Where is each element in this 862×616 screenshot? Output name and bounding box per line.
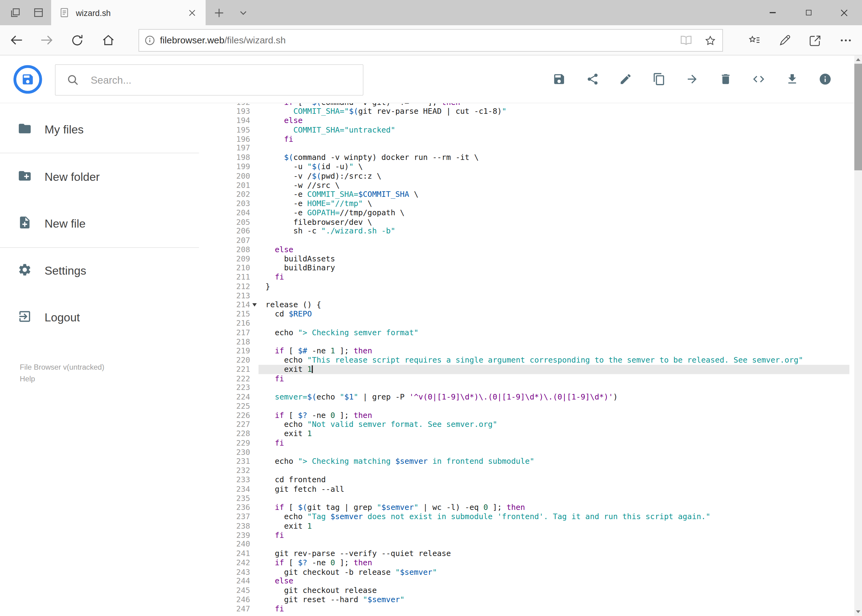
- code-line-199[interactable]: 199 -u "$(id -u)" \: [222, 162, 849, 171]
- home-button[interactable]: [97, 28, 120, 52]
- code-line-192[interactable]: 192 if [ "$(command -v git)" != "" ]; th…: [222, 103, 849, 107]
- tab-preview-toggle[interactable]: [231, 0, 255, 25]
- code-line-244[interactable]: 244 else: [222, 577, 849, 586]
- code-line-236[interactable]: 236 if [ $(git tag | grep "$semver" | wc…: [222, 503, 849, 512]
- close-button[interactable]: [826, 0, 862, 25]
- code-line-231[interactable]: 231 echo "> Checking matching $semver in…: [222, 457, 849, 466]
- minimize-button[interactable]: [755, 0, 791, 25]
- code-line-194[interactable]: 194 else: [222, 116, 849, 125]
- code-line-208[interactable]: 208 else: [222, 245, 849, 254]
- set-tabs-aside-button[interactable]: [3, 0, 28, 25]
- code-line-217[interactable]: 217 echo "> Checking semver format": [222, 328, 849, 337]
- code-line-202[interactable]: 202 -e COMMIT_SHA=$COMMIT_SHA \: [222, 190, 849, 199]
- code-line-228[interactable]: 228 exit 1: [222, 429, 849, 438]
- more-button[interactable]: [834, 28, 857, 52]
- search-input[interactable]: [91, 74, 357, 86]
- edit-button[interactable]: [615, 68, 637, 90]
- code-line-224[interactable]: 224 semver=$(echo "$1" | grep -P '^v(0|[…: [222, 393, 849, 402]
- download-button[interactable]: [781, 68, 803, 90]
- favorite-button[interactable]: [698, 30, 723, 51]
- share-button[interactable]: [581, 68, 603, 90]
- web-note-button[interactable]: [773, 28, 796, 52]
- code-editor[interactable]: 192 if [ "$(command -v git)" != "" ]; th…: [222, 103, 849, 616]
- code-line-223[interactable]: 223: [222, 383, 849, 393]
- code-line-240[interactable]: 240: [222, 540, 849, 549]
- hub-button[interactable]: [742, 28, 765, 52]
- code-line-200[interactable]: 200 -v /$(pwd):/src:z \: [222, 171, 849, 181]
- refresh-button[interactable]: [66, 28, 89, 52]
- code-line-234[interactable]: 234 git fetch --all: [222, 484, 849, 493]
- code-line-241[interactable]: 241 git rev-parse --verify --quiet relea…: [222, 549, 849, 558]
- scrollbar-thumb[interactable]: [854, 64, 862, 170]
- info-button[interactable]: [814, 68, 836, 90]
- code-line-196[interactable]: 196 fi: [222, 134, 849, 144]
- code-line-247[interactable]: 247 fi: [222, 604, 849, 614]
- code-line-204[interactable]: 204 -e GOPATH=//tmp/gopath \: [222, 208, 849, 217]
- code-line-193[interactable]: 193 COMMIT_SHA="$(git rev-parse HEAD | c…: [222, 107, 849, 116]
- code-line-218[interactable]: 218: [222, 337, 849, 346]
- code-line-221[interactable]: 221 exit 1: [222, 365, 849, 374]
- code-line-215[interactable]: 215 cd $REPO: [222, 310, 849, 319]
- code-line-212[interactable]: 212}: [222, 282, 849, 291]
- code-line-205[interactable]: 205 filebrowser/dev \: [222, 217, 849, 227]
- filebrowser-logo[interactable]: [13, 65, 43, 94]
- sidebar-item-new-file[interactable]: New file: [0, 208, 221, 239]
- code-line-213[interactable]: 213: [222, 291, 849, 300]
- sidebar-item-settings[interactable]: Settings: [0, 256, 221, 286]
- reading-view-button[interactable]: [674, 30, 698, 51]
- code-line-232[interactable]: 232: [222, 466, 849, 475]
- address-bar[interactable]: filebrowser.web/files/wizard.sh: [139, 29, 723, 52]
- move-button[interactable]: [681, 68, 703, 90]
- browser-tab[interactable]: wizard.sh: [51, 0, 206, 25]
- code-line-220[interactable]: 220 echo "This release script requires a…: [222, 355, 849, 365]
- code-line-235[interactable]: 235: [222, 493, 849, 503]
- code-line-209[interactable]: 209 buildAssets: [222, 254, 849, 263]
- code-line-203[interactable]: 203 -e HOME="//tmp" \: [222, 199, 849, 208]
- code-line-222[interactable]: 222 fi: [222, 374, 849, 383]
- code-line-242[interactable]: 242 if [ $? -ne 0 ]; then: [222, 558, 849, 567]
- tabs-preview-button[interactable]: [27, 0, 51, 25]
- code-line-245[interactable]: 245 git checkout release: [222, 586, 849, 595]
- fold-marker-icon[interactable]: [250, 300, 258, 310]
- code-line-198[interactable]: 198 $(command -v winpty) docker run --rm…: [222, 153, 849, 162]
- code-line-219[interactable]: 219 if [ $# -ne 1 ]; then: [222, 346, 849, 355]
- new-tab-button[interactable]: [207, 0, 231, 25]
- code-line-230[interactable]: 230: [222, 448, 849, 457]
- code-button[interactable]: [748, 68, 770, 90]
- code-line-226[interactable]: 226 if [ $? -ne 0 ]; then: [222, 411, 849, 420]
- site-info-icon[interactable]: [145, 35, 155, 46]
- sidebar-item-new-folder[interactable]: New folder: [0, 162, 221, 192]
- code-line-239[interactable]: 239 fi: [222, 531, 849, 540]
- forward-button[interactable]: [35, 28, 58, 52]
- page-scrollbar[interactable]: [854, 55, 862, 616]
- code-line-201[interactable]: 201 -w //src \: [222, 181, 849, 190]
- code-line-243[interactable]: 243 git checkout -b release "$semver": [222, 567, 849, 577]
- code-line-211[interactable]: 211 fi: [222, 272, 849, 282]
- scroll-down-button[interactable]: [854, 608, 862, 616]
- code-line-214[interactable]: 214release () {: [222, 300, 849, 310]
- code-line-237[interactable]: 237 echo "Tag $semver does not exist in …: [222, 512, 849, 521]
- code-line-206[interactable]: 206 sh -c "./wizard.sh -b": [222, 227, 849, 236]
- code-line-216[interactable]: 216: [222, 319, 849, 328]
- code-line-227[interactable]: 227 echo "Not valid semver format. See s…: [222, 420, 849, 429]
- back-button[interactable]: [5, 28, 28, 52]
- scroll-up-button[interactable]: [854, 55, 862, 64]
- code-line-197[interactable]: 197: [222, 144, 849, 153]
- code-line-246[interactable]: 246 git reset --hard "$semver": [222, 595, 849, 604]
- tab-close-button[interactable]: [184, 6, 199, 20]
- sidebar-item-my-files[interactable]: My files: [0, 115, 221, 145]
- copy-button[interactable]: [648, 68, 670, 90]
- code-line-207[interactable]: 207: [222, 236, 849, 245]
- code-line-195[interactable]: 195 COMMIT_SHA="untracked": [222, 125, 849, 134]
- code-line-225[interactable]: 225: [222, 402, 849, 411]
- sidebar-item-logout[interactable]: Logout: [0, 302, 221, 333]
- share-button[interactable]: [803, 28, 826, 52]
- code-line-238[interactable]: 238 exit 1: [222, 521, 849, 531]
- help-link[interactable]: Help: [20, 375, 35, 383]
- code-line-233[interactable]: 233 cd frontend: [222, 475, 849, 484]
- maximize-button[interactable]: [791, 0, 826, 25]
- code-line-229[interactable]: 229 fi: [222, 438, 849, 448]
- code-line-210[interactable]: 210 buildBinary: [222, 263, 849, 272]
- delete-button[interactable]: [714, 68, 736, 90]
- save-button[interactable]: [548, 68, 570, 90]
